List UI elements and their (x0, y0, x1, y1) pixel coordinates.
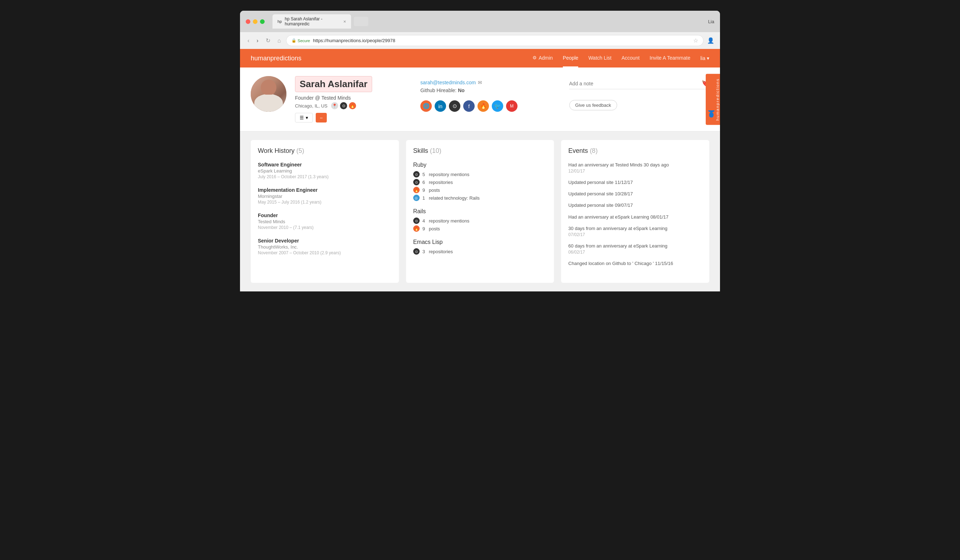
event-item: Changed location on Github to ' Chicago … (568, 260, 702, 267)
work-company: eSpark Learning (258, 168, 392, 174)
email-copy-icon[interactable]: ✉ (478, 80, 482, 85)
sidebar-label: humanpredictions (715, 78, 720, 121)
badge-github: ⊙ (340, 102, 347, 109)
badge-stack: 🔥 (349, 102, 356, 109)
reload-button[interactable]: ↻ (264, 37, 272, 45)
skills-count: (10) (430, 147, 442, 154)
linkedin-icon[interactable]: in (435, 100, 446, 112)
url-bar[interactable]: 🔒 Secure https://humanprecitions.io/peop… (286, 35, 704, 46)
event-text: Updated personal site 11/12/17 (568, 179, 702, 186)
skill-name-emacs: Emacs Lisp (413, 239, 547, 245)
tab-title: hp Sarah Aslanifar - humanpredic (285, 16, 340, 26)
tab-bar: hp hp Sarah Aslanifar - humanpredic ✕ (272, 14, 704, 29)
skill-detail: ⊙ 6 repositories (413, 179, 547, 186)
home-button[interactable]: ⌂ (276, 37, 283, 45)
work-history-count: (5) (296, 147, 304, 154)
work-dates: November 2007 – October 2010 (2.9 years) (258, 250, 392, 255)
globe-icon[interactable]: 🌐 (420, 100, 432, 112)
close-button[interactable] (246, 19, 250, 24)
event-text: 30 days from an anniversary at eSpark Le… (568, 226, 702, 232)
stackoverflow-icon[interactable]: 🔥 (477, 100, 489, 112)
event-item: Had an anniversary at eSpark Learning 08… (568, 214, 702, 220)
stack-skill-icon: 🔥 (413, 187, 420, 193)
nav-item-people[interactable]: People (563, 49, 579, 67)
nav-item-watchlist[interactable]: Watch List (588, 49, 611, 67)
twitter-icon[interactable]: 🐦 (492, 100, 503, 112)
skill-text: 3 repositories (422, 249, 453, 254)
facebook-icon[interactable]: f (463, 100, 475, 112)
minimize-button[interactable] (253, 19, 258, 24)
nav-item-account[interactable]: Account (621, 49, 640, 67)
profile-location: Chicago, IL, US 📍 ⊙ 🔥 (295, 102, 412, 109)
profile-title: Founder @ Tested Minds (295, 95, 412, 101)
maximize-button[interactable] (260, 19, 265, 24)
brand-logo: humanpredictions (251, 54, 301, 62)
sidebar-tab[interactable]: humanpredictions 👤 (706, 67, 720, 131)
list-icon: ☰ (300, 115, 304, 120)
badge-location: 📍 (331, 102, 338, 109)
gear-icon: ⚙ (533, 55, 537, 60)
tab-close-icon[interactable]: ✕ (343, 20, 346, 24)
email-link[interactable]: sarah@testedminds.com (420, 80, 476, 85)
skill-detail: 🔥 9 posts (413, 187, 547, 193)
profile-name-box: Sarah Aslanifar (295, 76, 372, 92)
work-dates: July 2016 – October 2017 (1.3 years) (258, 174, 392, 179)
github-skill-icon: ⊙ (413, 179, 420, 186)
skill-detail: ⊙ 5 repository mentions (413, 171, 547, 178)
skills-title: Skills (413, 147, 428, 154)
bookmark-icon[interactable]: ☆ (693, 37, 698, 44)
profile-info: Sarah Aslanifar Founder @ Tested Minds C… (295, 76, 412, 123)
nav-item-invite[interactable]: Invite A Teammate (650, 49, 690, 67)
event-item: Had an anniversary at Tested Minds 30 da… (568, 162, 702, 174)
skill-text: 9 posts (422, 187, 440, 193)
work-company: Tested Minds (258, 219, 392, 224)
flag-button[interactable]: – (316, 113, 327, 123)
nav-username: lia (700, 55, 706, 61)
email-row: sarah@testedminds.com ✉ (420, 80, 560, 85)
skill-text: 5 repository mentions (422, 172, 470, 177)
nav-label-people: People (563, 55, 579, 61)
event-item: Updated personal site 09/07/17 (568, 202, 702, 209)
skill-detail: ⊙ 3 repositories (413, 248, 547, 254)
list-view-button[interactable]: ☰ ▾ (295, 113, 313, 123)
forward-button[interactable]: › (254, 37, 260, 45)
profile-contact: sarah@testedminds.com ✉ Github Hireable:… (420, 76, 560, 112)
note-input-row: 🔖 (569, 80, 709, 89)
muse-icon[interactable]: M (506, 100, 517, 112)
url-text: https://humanprecitions.io/people/29978 (313, 38, 395, 43)
event-date: 06/02/17 (568, 249, 702, 255)
events-title: Events (568, 147, 588, 154)
events-count: (8) (590, 147, 597, 154)
social-icons: 🌐 in ⊙ f 🔥 🐦 M (420, 100, 560, 112)
note-input[interactable] (569, 81, 701, 86)
nav-item-admin[interactable]: ⚙ Admin (533, 49, 553, 67)
nav-user-menu[interactable]: lia ▾ (700, 55, 709, 61)
work-title: Senior Developer (258, 238, 392, 243)
avatar-image (251, 76, 286, 112)
github-skill-icon: ⊙ (413, 248, 420, 254)
nav-label-invite: Invite A Teammate (650, 55, 690, 61)
skill-ruby: Ruby ⊙ 5 repository mentions ⊙ 6 reposit… (413, 162, 547, 201)
back-button[interactable]: ‹ (246, 37, 251, 45)
skill-text: 6 repositories (422, 180, 453, 185)
github-icon[interactable]: ⊙ (449, 100, 460, 112)
new-tab-placeholder (354, 17, 368, 26)
stack-skill-icon: 🔥 (413, 226, 420, 232)
event-text: Updated personal site 09/07/17 (568, 202, 702, 209)
skill-text: 4 repository mentions (422, 218, 470, 224)
skill-name-ruby: Ruby (413, 162, 547, 168)
browser-user-label: Lia (708, 19, 714, 24)
event-text: Updated personal site 10/28/17 (568, 191, 702, 197)
skills-header: Skills (10) (413, 147, 547, 155)
work-title: Founder (258, 213, 392, 218)
main-content: Work History (5) Software Engineer eSpar… (240, 131, 720, 291)
event-date: 12/01/17 (568, 168, 702, 174)
tab-favicon: hp (277, 19, 282, 24)
browser-tab[interactable]: hp hp Sarah Aslanifar - humanpredic ✕ (272, 14, 351, 29)
work-item: Founder Tested Minds November 2010 – (7.… (258, 213, 392, 230)
event-text: 60 days from an anniversary at eSpark Le… (568, 243, 702, 249)
profile-badges: 📍 ⊙ 🔥 (331, 102, 356, 109)
events-panel: Events (8) Had an anniversary at Tested … (561, 140, 709, 283)
feedback-button[interactable]: Give us feedback (569, 100, 617, 110)
skill-detail: ◎ 1 related technology: Rails (413, 195, 547, 201)
